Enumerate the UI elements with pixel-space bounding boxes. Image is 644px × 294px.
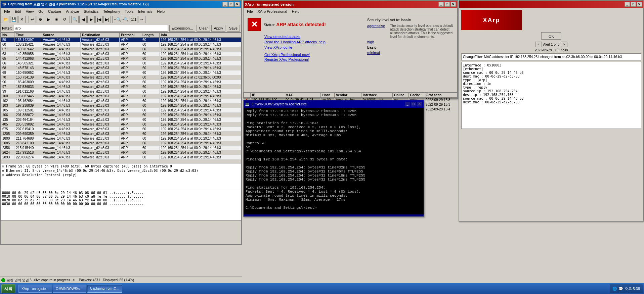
- packet-detail-area[interactable]: ⊕ Frame 59: 60 bytes on wire (480 bits),…: [1, 163, 241, 190]
- table-row[interactable]: 62140.287642Vmware_14:46:b3Vmware_d2:c3:…: [1, 47, 241, 52]
- taskbar-cmd-button[interactable]: C:\WINDOWS\s...: [53, 285, 86, 293]
- cmd-line: Control-C: [246, 141, 422, 145]
- table-row[interactable]: 63142.359958Vmware_14:46:b3Vmware_d2:c3:…: [1, 52, 241, 56]
- table-row[interactable]: 135203.464164Vmware_14:46:b3Vmware_d2:c3…: [1, 117, 241, 122]
- table-row[interactable]: 1205209.690359Vmware_14:46:b3Vmware_d2:c…: [1, 132, 241, 136]
- xarp-prev-alert-button[interactable]: <: [535, 42, 542, 47]
- toolbar-go-back-button[interactable]: ◀: [79, 16, 87, 23]
- cmd-minimize-button[interactable]: _: [405, 102, 410, 106]
- clear-filter-button[interactable]: Clear: [197, 25, 210, 32]
- toolbar-zoom-in-button[interactable]: +🔍: [114, 16, 121, 23]
- table-row[interactable]: 105199.312501Vmware_14:46:b3Vmware_d2:c3…: [1, 108, 241, 113]
- toolbar-zoom-out-button[interactable]: -🔍: [122, 16, 129, 23]
- col-source: Source: [41, 33, 81, 38]
- toolbar-close-button[interactable]: ✕: [18, 16, 26, 23]
- toolbar-stop-capture-button[interactable]: ■: [53, 16, 60, 23]
- xarp-menu-help[interactable]: Help: [290, 9, 302, 14]
- apply-filter-button[interactable]: Apply: [211, 25, 225, 32]
- xarp-minimize-button[interactable]: _: [438, 2, 444, 7]
- xarp-alert-minimize-button[interactable]: _: [625, 2, 630, 7]
- view-attacks-link[interactable]: View detected attacks: [264, 35, 359, 39]
- toolbar-resize-button[interactable]: ↔: [138, 16, 145, 23]
- xarp-alert-maximize-button[interactable]: □: [631, 2, 636, 7]
- table-row[interactable]: 103197.238039Vmware_14:46:b3Vmware_d2:c3…: [1, 103, 241, 108]
- xarp-ok-button[interactable]: OK: [541, 32, 561, 40]
- table-row[interactable]: 106201.388872Vmware_14:46:b3Vmware_d2:c3…: [1, 113, 241, 117]
- wireshark-maximize-button[interactable]: □: [228, 2, 234, 7]
- table-row[interactable]: 405205.539092Vmware_14:46:b3Vmware_d2:c3…: [1, 122, 241, 127]
- toolbar-open-button[interactable]: 📂: [2, 16, 9, 23]
- table-row[interactable]: 68148.578143Vmware_14:46:b3Vmware_d2:c3:…: [1, 66, 241, 70]
- toolbar-capture-options-button[interactable]: ⚙: [37, 16, 44, 23]
- xarp-menu-professional[interactable]: XArp Professional: [256, 9, 289, 14]
- xarp-titlebar: XArp - unregistered version _ □ ✕: [244, 1, 457, 8]
- security-level-aggressive-label[interactable]: aggressive: [367, 24, 387, 28]
- table-row[interactable]: 69150.650652Vmware_14:46:b3Vmware_d2:c3:…: [1, 70, 241, 75]
- cmd-line: Approximate round trip times in milli-se…: [246, 129, 422, 133]
- detail-line[interactable]: ⊕ Ethernet II, Src: Vmware_14:46:b3 (00:…: [2, 168, 240, 173]
- get-professional-link[interactable]: Get XArp Professional now!: [264, 53, 359, 57]
- toolbar-reload-button[interactable]: ↩: [29, 16, 36, 23]
- xarp-promo: Get XArp Professional now! Register XArp…: [264, 53, 359, 61]
- toolbar-go-last-button[interactable]: ▶|: [103, 16, 111, 23]
- xarp-col-online: Online: [392, 93, 409, 98]
- wireshark-minimize-button[interactable]: _: [222, 2, 228, 7]
- toolbar-go-first-button[interactable]: |◀: [95, 16, 103, 23]
- security-level-basic-label[interactable]: basic: [367, 45, 387, 49]
- filter-input[interactable]: [14, 25, 168, 32]
- xarp-detail-line: dest mac : 00-0c-29-d2-c3-03: [463, 100, 640, 104]
- table-row[interactable]: 59136.142397Vmware_14:46:b3Vmware_d2:c3:…: [1, 38, 241, 42]
- packet-table-header: No. Time Source Destination Protocol Len…: [1, 33, 241, 38]
- xarp-alert-summary: ChangeFilter: MAC address for IP 192.168…: [461, 53, 641, 60]
- cmd-line: [246, 117, 422, 121]
- table-row[interactable]: 2893220.066274Vmware_14:46:b3Vmware_d2:c…: [1, 155, 241, 160]
- cmd-window-controls: _ □ ✕: [405, 102, 422, 106]
- table-row[interactable]: 1800211.764688Vmware_14:46:b3Vmware_d2:c…: [1, 136, 241, 141]
- toolbar-go-forward-button[interactable]: ▶: [87, 16, 95, 23]
- table-row[interactable]: 2356215.915440Vmware_14:46:b3Vmware_d2:c…: [1, 146, 241, 150]
- security-level-minimal-label[interactable]: minimal: [367, 51, 387, 55]
- toolbar-restart-capture-button[interactable]: ↺: [61, 16, 68, 23]
- view-logfile-link[interactable]: View XArp logfile: [264, 45, 359, 49]
- expression-button[interactable]: Expression...: [169, 25, 196, 32]
- toolbar-save-button[interactable]: 💾: [10, 16, 17, 23]
- table-row[interactable]: 2624217.991518Vmware_14:46:b3Vmware_d2:c…: [1, 150, 241, 155]
- table-row[interactable]: 675207.615410Vmware_14:46:b3Vmware_d2:c3…: [1, 127, 241, 132]
- table-row[interactable]: 102195.162684Vmware_14:46:b3Vmware_d2:c3…: [1, 99, 241, 103]
- start-button[interactable]: 시작: [1, 284, 15, 293]
- taskbar-clock: 🌐 💬 오후 5:38: [610, 284, 643, 293]
- table-row[interactable]: 60138.215421Vmware_14:46:b3Vmware_d2:c3:…: [1, 42, 241, 47]
- detail-line[interactable]: ⊕ Address Resolution Protocol (reply): [2, 173, 240, 177]
- cmd-line: Reply from 192.168.254.254: bytes=32 tim…: [246, 169, 422, 174]
- table-row[interactable]: 65144.432968Vmware_14:46:b3Vmware_d2:c3:…: [1, 56, 241, 61]
- xarp-maximize-button[interactable]: □: [444, 2, 450, 7]
- taskbar-xarp-button[interactable]: XArp - unregiste...: [18, 285, 52, 293]
- cmd-line: C:\Documents and Settings\ktest>ping 192…: [246, 149, 422, 153]
- cmd-close-button[interactable]: ✕: [417, 102, 422, 106]
- save-filter-button[interactable]: Save: [227, 25, 240, 32]
- taskbar-wireshark-button[interactable]: Capturing from 로...: [87, 285, 122, 293]
- toolbar-find-button[interactable]: 🔍: [71, 16, 79, 23]
- packet-list-area[interactable]: No. Time Source Destination Protocol Len…: [1, 33, 241, 163]
- wireshark-close-button[interactable]: ✕: [234, 2, 240, 7]
- xarp-menu-file[interactable]: File: [245, 9, 255, 14]
- xarp-col-interface: Interface: [361, 93, 393, 98]
- register-professional-link[interactable]: Register XArp Professional: [264, 57, 359, 61]
- security-level-high-label[interactable]: high: [367, 40, 387, 44]
- xarp-alert-close-button[interactable]: ✕: [637, 2, 642, 7]
- table-row[interactable]: 2085213.841100Vmware_14:46:b3Vmware_d2:c…: [1, 141, 241, 146]
- detail-line[interactable]: ⊕ Frame 59: 60 bytes on wire (480 bits),…: [2, 164, 240, 168]
- toolbar-start-capture-button[interactable]: ▶: [45, 16, 52, 23]
- table-row[interactable]: 70150.734139Vmware_14:46:b3Vmware_d2:c3:…: [1, 75, 241, 80]
- xarp-next-alert-button[interactable]: >: [561, 42, 567, 47]
- table-row[interactable]: 66146.505321Vmware_14:46:b3Vmware_d2:c3:…: [1, 61, 241, 66]
- table-row[interactable]: 99191.012168Vmware_14:46:b3Vmware_d2:c3:…: [1, 89, 241, 94]
- handling-help-link[interactable]: Read the 'Handling ARP attacks' help: [264, 40, 359, 44]
- table-row[interactable]: 97187.536833Vmware_14:46:b3Vmware_d2:c3:…: [1, 85, 241, 89]
- cmd-maximize-button[interactable]: □: [411, 102, 416, 106]
- table-row[interactable]: 96185.463009Vmware_14:46:b3Vmware_d2:c3:…: [1, 80, 241, 85]
- toolbar-normal-size-button[interactable]: 1:1: [130, 16, 137, 23]
- security-value: basic: [401, 18, 411, 22]
- xarp-close-button[interactable]: ✕: [450, 2, 456, 7]
- table-row[interactable]: 100193.087445Vmware_14:46:b3Vmware_d2:c3…: [1, 94, 241, 99]
